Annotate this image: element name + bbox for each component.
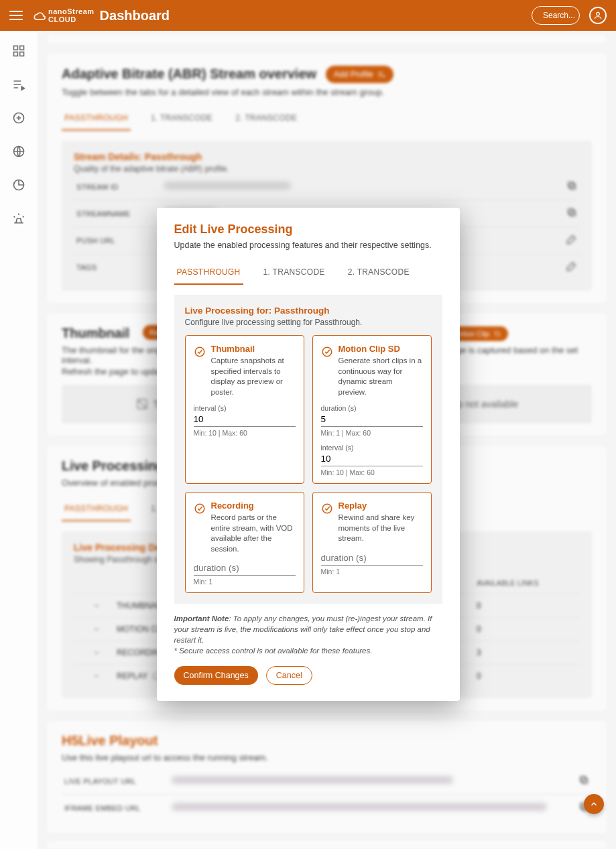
motion-duration-input[interactable] (321, 412, 423, 427)
svg-point-26 (195, 504, 204, 513)
replay-duration-input[interactable] (321, 551, 423, 566)
recording-duration-input[interactable] (194, 561, 296, 576)
scroll-top-fab[interactable] (584, 794, 604, 814)
confirm-button[interactable]: Confirm Changes (174, 666, 258, 685)
opt-replay[interactable]: Replay Rewind and share key moments of t… (312, 492, 432, 593)
check-circle-icon (194, 346, 206, 358)
dtab-transcode-2[interactable]: 2. TRANSCODE (345, 261, 412, 285)
motion-interval-input[interactable] (321, 452, 423, 466)
edit-lp-dialog: Edit Live Processing Update the enabled … (157, 208, 460, 701)
dialog-title: Edit Live Processing (174, 222, 442, 237)
dtab-transcode-1[interactable]: 1. TRANSCODE (261, 261, 328, 285)
opt-thumbnail[interactable]: Thumbnail Capture snapshots at specified… (185, 335, 304, 484)
svg-point-27 (322, 504, 332, 513)
svg-point-24 (195, 347, 204, 356)
check-circle-icon (321, 346, 333, 358)
thumbnail-interval-input[interactable] (194, 412, 296, 427)
dialog-panel: Live Processing for: Passthrough Configu… (174, 295, 442, 604)
dialog-note: Important Note: To apply any changes, yo… (174, 613, 442, 656)
chevron-up-icon (589, 799, 599, 809)
opt-motionclip[interactable]: Motion Clip SD Generate short clips in a… (312, 335, 432, 484)
dialog-tabs: PASSTHROUGH 1. TRANSCODE 2. TRANSCODE (174, 261, 442, 285)
cancel-button[interactable]: Cancel (266, 666, 312, 685)
modal-overlay: Edit Live Processing Update the enabled … (0, 0, 616, 849)
opt-recording[interactable]: Recording Record parts or the entire str… (185, 492, 304, 593)
svg-point-25 (322, 347, 332, 356)
check-circle-icon (321, 503, 333, 515)
dtab-passthrough[interactable]: PASSTHROUGH (174, 261, 243, 285)
check-circle-icon (194, 503, 206, 515)
